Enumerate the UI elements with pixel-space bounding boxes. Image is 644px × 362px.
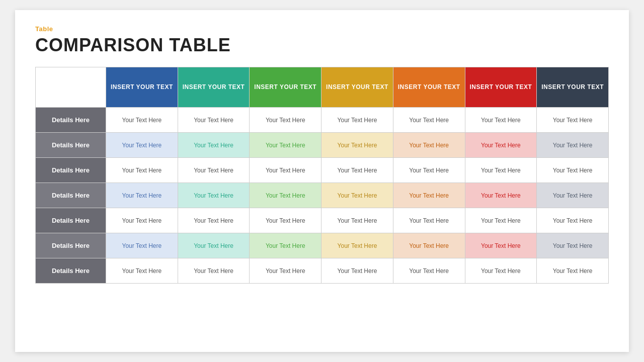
table-data-cell: Your Text Here <box>178 108 250 133</box>
table-row: Details HereYour Text HereYour Text Here… <box>36 183 609 208</box>
tag-label: Table <box>35 25 609 33</box>
table-data-cell: Your Text Here <box>465 183 537 208</box>
table-row: Details HereYour Text HereYour Text Here… <box>36 258 609 284</box>
table-data-cell: Your Text Here <box>250 158 321 183</box>
table-data-cell: Your Text Here <box>106 258 178 284</box>
table-data-cell: Your Text Here <box>537 133 609 158</box>
table-data-cell: Your Text Here <box>465 233 537 258</box>
table-data-cell: Your Text Here <box>178 208 250 233</box>
table-data-cell: Your Text Here <box>393 108 465 133</box>
row-label-cell: Details Here <box>36 108 106 133</box>
table-row: Details HereYour Text HereYour Text Here… <box>36 208 609 233</box>
page-title: COMPARISON TABLE <box>35 35 609 56</box>
table-data-cell: Your Text Here <box>465 208 537 233</box>
table-data-cell: Your Text Here <box>106 208 178 233</box>
row-label-cell: Details Here <box>36 183 106 208</box>
table-data-cell: Your Text Here <box>393 183 465 208</box>
table-data-cell: Your Text Here <box>537 108 609 133</box>
table-data-cell: Your Text Here <box>106 108 178 133</box>
table-data-cell: Your Text Here <box>321 258 393 284</box>
table-data-cell: Your Text Here <box>178 258 250 284</box>
table-header-cell: INSERT YOUR TEXT <box>393 67 465 108</box>
table-data-cell: Your Text Here <box>250 258 321 284</box>
table-data-cell: Your Text Here <box>537 183 609 208</box>
table-data-cell: Your Text Here <box>321 208 393 233</box>
table-data-cell: Your Text Here <box>106 158 178 183</box>
table-data-cell: Your Text Here <box>178 133 250 158</box>
table-data-cell: Your Text Here <box>178 183 250 208</box>
comparison-table: INSERT YOUR TEXTINSERT YOUR TEXTINSERT Y… <box>35 67 609 284</box>
row-label-cell: Details Here <box>36 208 106 233</box>
table-data-cell: Your Text Here <box>178 233 250 258</box>
table-body: Details HereYour Text HereYour Text Here… <box>36 108 609 284</box>
table-header-cell: INSERT YOUR TEXT <box>250 67 321 108</box>
row-label-cell: Details Here <box>36 158 106 183</box>
table-row: Details HereYour Text HereYour Text Here… <box>36 108 609 133</box>
table-header-cell: INSERT YOUR TEXT <box>178 67 250 108</box>
table-data-cell: Your Text Here <box>393 158 465 183</box>
table-row: Details HereYour Text HereYour Text Here… <box>36 133 609 158</box>
table-data-cell: Your Text Here <box>250 233 321 258</box>
table-data-cell: Your Text Here <box>537 208 609 233</box>
table-data-cell: Your Text Here <box>465 133 537 158</box>
table-row: Details HereYour Text HereYour Text Here… <box>36 158 609 183</box>
table-data-cell: Your Text Here <box>321 133 393 158</box>
table-data-cell: Your Text Here <box>106 233 178 258</box>
table-data-cell: Your Text Here <box>250 183 321 208</box>
table-data-cell: Your Text Here <box>465 158 537 183</box>
table-header-cell: INSERT YOUR TEXT <box>465 67 537 108</box>
table-header-cell: INSERT YOUR TEXT <box>537 67 609 108</box>
table-data-cell: Your Text Here <box>537 233 609 258</box>
row-label-cell: Details Here <box>36 258 106 284</box>
table-row: Details HereYour Text HereYour Text Here… <box>36 233 609 258</box>
table-data-cell: Your Text Here <box>250 208 321 233</box>
header-label-cell <box>36 67 106 108</box>
table-data-cell: Your Text Here <box>106 133 178 158</box>
table-data-cell: Your Text Here <box>465 108 537 133</box>
table-data-cell: Your Text Here <box>321 233 393 258</box>
table-data-cell: Your Text Here <box>321 183 393 208</box>
table-data-cell: Your Text Here <box>106 183 178 208</box>
table-data-cell: Your Text Here <box>250 108 321 133</box>
table-data-cell: Your Text Here <box>393 233 465 258</box>
table-data-cell: Your Text Here <box>393 133 465 158</box>
row-label-cell: Details Here <box>36 133 106 158</box>
table-data-cell: Your Text Here <box>250 133 321 158</box>
table-data-cell: Your Text Here <box>178 158 250 183</box>
table-data-cell: Your Text Here <box>321 108 393 133</box>
table-data-cell: Your Text Here <box>393 258 465 284</box>
table-data-cell: Your Text Here <box>537 258 609 284</box>
table-header-cell: INSERT YOUR TEXT <box>321 67 393 108</box>
table-data-cell: Your Text Here <box>321 158 393 183</box>
table-header-row: INSERT YOUR TEXTINSERT YOUR TEXTINSERT Y… <box>36 67 609 108</box>
row-label-cell: Details Here <box>36 233 106 258</box>
table-data-cell: Your Text Here <box>537 158 609 183</box>
slide: Table COMPARISON TABLE INSERT YOUR TEXTI… <box>15 10 629 352</box>
table-data-cell: Your Text Here <box>465 258 537 284</box>
table-header-cell: INSERT YOUR TEXT <box>106 67 178 108</box>
table-data-cell: Your Text Here <box>393 208 465 233</box>
